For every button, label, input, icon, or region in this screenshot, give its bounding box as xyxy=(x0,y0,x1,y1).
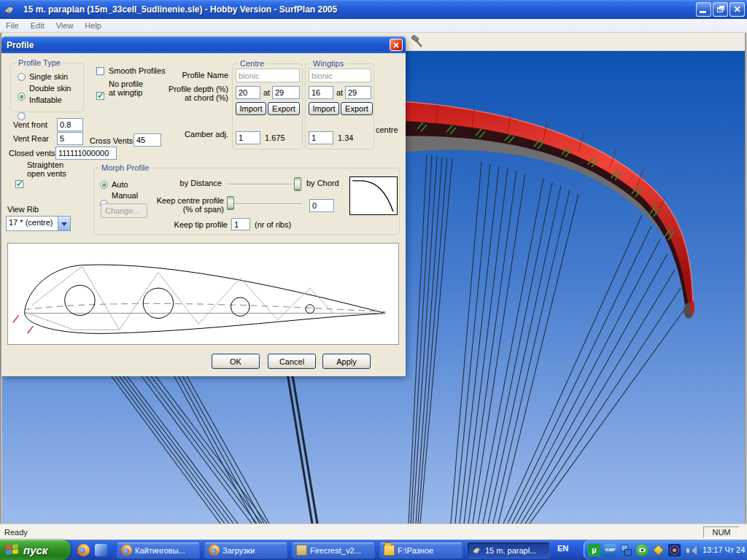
taskbar-task-firecrest[interactable]: Firecrest_v2... xyxy=(292,542,375,559)
surfplan-icon xyxy=(471,545,482,556)
wingtips-camber-input[interactable] xyxy=(309,131,333,144)
kmplayer-icon[interactable]: KMP xyxy=(604,544,616,556)
cancel-button[interactable]: Cancel xyxy=(268,354,316,369)
centre-group-label: Centre xyxy=(238,59,266,68)
centre-depth-input[interactable] xyxy=(236,86,260,99)
apply-button[interactable]: Apply xyxy=(322,354,371,369)
wingtips-depth-input[interactable] xyxy=(309,86,333,99)
system-tray: µ KMP 13:17 Чт 24 xyxy=(584,540,747,560)
taskbar-task-downloads[interactable]: Загрузки xyxy=(204,542,287,559)
file-icon xyxy=(296,545,307,556)
close-button[interactable]: ✕ xyxy=(729,2,745,17)
eye-icon[interactable] xyxy=(636,544,649,556)
profile-name-label: Profile Name xyxy=(168,71,228,79)
surfplan-app-icon xyxy=(3,3,16,16)
keep-centre-input[interactable] xyxy=(309,199,334,212)
centre-profile-name-input[interactable] xyxy=(236,69,300,82)
view-rib-dropdown[interactable]: 17 * (centre) xyxy=(6,216,71,231)
keep-tip-label: Keep tip profile xyxy=(156,220,228,229)
wingtips-export-button[interactable]: Export xyxy=(341,102,373,115)
nr-ribs-label: (nr of ribs) xyxy=(255,220,291,229)
task-label: Firecrest_v2... xyxy=(310,546,361,555)
view-rib-value: 17 * (centre) xyxy=(7,217,58,230)
wingtips-camber-calc: 1.34 xyxy=(338,133,353,142)
firefox-quicklaunch-icon[interactable] xyxy=(77,544,90,556)
radio-inflatable[interactable] xyxy=(18,112,26,120)
smooth-profiles-checkbox[interactable] xyxy=(96,67,104,75)
straighten-label-2: open vents xyxy=(27,169,66,178)
vent-rear-input[interactable] xyxy=(57,132,83,145)
no-profile-checkbox[interactable] xyxy=(96,92,104,100)
dialog-titlebar: Profile ✕ xyxy=(1,36,406,53)
centre-export-button[interactable]: Export xyxy=(268,102,300,115)
restore-icon-front xyxy=(717,7,723,12)
status-bar: Ready NUM xyxy=(0,524,747,540)
change-button[interactable]: Change... xyxy=(101,203,147,218)
morph-profile-label: Morph Profile xyxy=(99,163,151,172)
shield-icon[interactable] xyxy=(652,544,665,556)
restore-button[interactable] xyxy=(713,2,728,17)
menu-view[interactable]: View xyxy=(50,20,80,31)
task-label: Загрузки xyxy=(222,546,255,555)
taskbar-task-folder[interactable]: F:\Разное xyxy=(379,542,462,559)
language-indicator[interactable]: EN xyxy=(557,544,568,553)
radio-single-skin[interactable] xyxy=(18,73,26,81)
keep-centre-slider-track[interactable] xyxy=(228,203,301,205)
distance-slider-track[interactable] xyxy=(226,184,302,185)
profile-type-group: Profile Type Single skin Double skin Inf… xyxy=(10,63,84,112)
profile-dialog: Profile ✕ Profile Type Single skin Doubl… xyxy=(1,36,406,376)
menu-edit[interactable]: Edit xyxy=(25,20,50,31)
minimize-icon xyxy=(700,11,706,13)
taskbar-task-surfplan-active[interactable]: 15 m. parapl... xyxy=(467,542,550,559)
centre-import-button[interactable]: Import xyxy=(236,102,266,115)
centre-camber-input[interactable] xyxy=(236,131,260,144)
dialog-title: Profile xyxy=(7,40,34,50)
chevron-down-icon[interactable] xyxy=(58,217,70,230)
morph-profile-group: Morph Profile Auto Manual Change... by D… xyxy=(93,168,400,235)
dialog-close-button[interactable]: ✕ xyxy=(390,39,403,51)
wingtips-profile-name-input[interactable] xyxy=(309,69,371,82)
taskbar-task-kiting[interactable]: Кайтинговы... xyxy=(117,542,200,559)
menu-bar: File Edit View Help xyxy=(0,19,747,33)
minimize-button[interactable] xyxy=(696,2,711,17)
straighten-checkbox[interactable] xyxy=(15,180,23,188)
start-button[interactable]: пуск xyxy=(0,540,71,560)
cross-vents-input[interactable] xyxy=(133,133,161,147)
wingtips-chord-input[interactable] xyxy=(345,86,371,99)
ok-button[interactable]: OK xyxy=(212,354,260,369)
taskbar-clock[interactable]: 13:17 Чт 24 xyxy=(703,545,745,554)
vent-marks xyxy=(13,316,34,334)
wingtips-at-label: at xyxy=(336,88,343,97)
vent-rear-label: Vent Rear xyxy=(13,134,49,143)
radio-inflatable-label: Inflatable xyxy=(29,96,62,104)
network-icon[interactable] xyxy=(620,544,632,556)
hammer-tool-icon[interactable] xyxy=(410,34,425,49)
wingtips-group-label: Wingtips xyxy=(311,59,346,68)
profile-type-label: Profile Type xyxy=(16,58,63,67)
keep-centre-slider-thumb[interactable] xyxy=(227,196,234,210)
centre-chord-input[interactable] xyxy=(272,86,300,99)
radio-morph-manual-label: Manual xyxy=(112,191,138,200)
menu-help[interactable]: Help xyxy=(79,20,107,31)
utorrent-icon[interactable]: µ xyxy=(588,544,600,556)
radio-morph-auto[interactable] xyxy=(100,181,108,189)
radio-double-skin[interactable] xyxy=(18,93,26,101)
window-titlebar: 15 m. paraplan (15m_33cell_5udlinenie.sl… xyxy=(0,0,747,19)
desktop: 15 m. paraplan (15m_33cell_5udlinenie.sl… xyxy=(0,0,747,560)
volume-icon[interactable] xyxy=(684,544,697,556)
profile-depth-label: Profile depth (%) xyxy=(160,85,228,93)
windows-flag-icon xyxy=(4,542,20,557)
closed-vents-label: Closed vents xyxy=(9,149,55,158)
status-text: Ready xyxy=(4,528,28,537)
keep-centre-label-1: Keep centre profile xyxy=(151,196,224,205)
wingtips-import-button[interactable]: Import xyxy=(309,102,339,115)
vent-front-input[interactable] xyxy=(57,118,83,131)
menu-file[interactable]: File xyxy=(0,20,25,31)
keep-tip-input[interactable] xyxy=(231,218,250,230)
closed-vents-input[interactable] xyxy=(55,147,117,160)
wireless-icon[interactable] xyxy=(668,544,681,556)
mail-quicklaunch-icon[interactable] xyxy=(95,544,107,556)
distance-slider-thumb[interactable] xyxy=(294,177,301,191)
radio-morph-auto-label: Auto xyxy=(112,180,128,189)
camber-adj-label: Camber adj. xyxy=(168,130,228,139)
